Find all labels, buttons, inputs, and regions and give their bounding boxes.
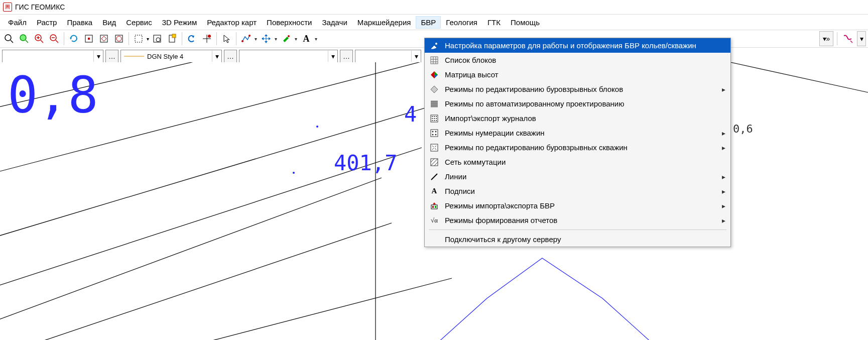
menu-service[interactable]: Сервис (121, 16, 157, 29)
dropdown-caret-icon[interactable]: ▾ (273, 36, 278, 42)
svg-marker-32 (265, 34, 268, 36)
svg-marker-35 (269, 37, 271, 40)
svg-marker-34 (262, 37, 264, 40)
menu-map-editor[interactable]: Редактор карт (202, 16, 262, 29)
svg-rect-14 (100, 35, 107, 42)
toolbar-separator (129, 32, 129, 45)
preview-icon[interactable] (150, 32, 164, 46)
app-icon: 圖 (3, 3, 12, 12)
menu-bvr[interactable]: БВР (416, 16, 441, 29)
svg-point-4 (35, 35, 41, 41)
zoom-in-icon[interactable] (2, 32, 16, 46)
paint-icon (279, 32, 293, 46)
svg-line-39 (0, 62, 452, 65)
toolbar-overflow-button[interactable]: ▾ (857, 31, 866, 46)
svg-point-28 (241, 40, 243, 42)
menu-3d-mode[interactable]: 3D Режим (157, 16, 202, 29)
combo-3-more-button[interactable]: … (340, 50, 353, 63)
dropdown-caret-icon[interactable]: ▾ (253, 36, 258, 42)
dropdown-caret-icon[interactable]: ▾ (147, 36, 149, 42)
combo-style-label: DGN Style 4 (147, 53, 183, 60)
select-red-box-icon[interactable] (82, 32, 96, 46)
bvr-dropdown-menu: Настройка параметров для работы и отобра… (424, 38, 731, 65)
svg-rect-21 (169, 35, 175, 42)
dropdown-caret-icon[interactable]: ▾ (313, 36, 318, 42)
zoom-minus-icon[interactable] (47, 32, 61, 46)
refresh-icon[interactable] (67, 32, 81, 46)
dd-item-config[interactable]: Настройка параметров для работы и отобра… (425, 38, 730, 53)
menu-view[interactable]: Вид (97, 16, 121, 29)
svg-point-20 (156, 38, 160, 42)
svg-line-10 (56, 40, 58, 43)
svg-marker-27 (224, 35, 229, 43)
menu-gtk[interactable]: ГТК (482, 16, 506, 29)
dropdown-caret-icon[interactable]: ▾ (293, 36, 298, 42)
dd-label: Настройка параметров для работы и отобра… (445, 41, 696, 50)
toolbar-separator (236, 32, 236, 45)
svg-rect-51 (431, 57, 438, 64)
svg-rect-22 (172, 34, 176, 38)
select-diamond-icon[interactable] (97, 32, 111, 46)
combo-3[interactable]: ▾ (239, 50, 338, 63)
new-page-icon[interactable] (165, 32, 179, 46)
svg-line-40 (0, 62, 477, 65)
polyline-tool[interactable]: ▾ (239, 32, 258, 46)
combo-4[interactable]: ▾ (355, 50, 421, 63)
script-icon[interactable] (841, 32, 855, 46)
combo-style-more-button[interactable]: … (224, 50, 237, 63)
toolbar-separator (216, 32, 217, 45)
dd-item-block-list[interactable]: Список блоков (425, 53, 730, 65)
svg-marker-15 (101, 36, 106, 41)
svg-line-47 (730, 62, 868, 65)
toolbar-overflow-button[interactable]: ▾» (819, 31, 833, 46)
menu-help[interactable]: Помощь (506, 16, 545, 29)
move-icon (259, 32, 273, 46)
combo-1-more-button[interactable]: … (105, 50, 118, 63)
menu-edit[interactable]: Правка (62, 16, 97, 29)
svg-line-3 (26, 40, 28, 43)
svg-line-7 (41, 40, 43, 43)
menu-bar: Файл Растр Правка Вид Сервис 3D Режим Ре… (0, 15, 868, 30)
menu-tasks[interactable]: Задачи (317, 16, 352, 29)
move-tool[interactable]: ▾ (259, 32, 278, 46)
select-circle-icon[interactable] (112, 32, 126, 46)
undo-icon[interactable] (185, 32, 199, 46)
svg-point-50 (435, 43, 437, 45)
pointer-icon[interactable] (219, 32, 233, 46)
svg-line-1 (11, 40, 13, 43)
menu-surveying[interactable]: Маркшейдерия (352, 16, 416, 29)
zoom-green-icon[interactable] (17, 32, 31, 46)
text-tool[interactable]: A▾ (299, 32, 318, 46)
paint-tool[interactable]: ▾ (279, 32, 298, 46)
toolbar-separator (64, 32, 64, 45)
svg-rect-18 (135, 35, 142, 42)
menu-file[interactable]: Файл (3, 16, 32, 29)
combo-style[interactable]: DGN Style 4 ▾ (120, 50, 222, 63)
combo-1[interactable]: ▾ (2, 50, 103, 63)
svg-point-17 (116, 36, 121, 41)
toolbar-separator (182, 32, 182, 45)
menu-surfaces[interactable]: Поверхности (262, 16, 317, 29)
svg-rect-12 (85, 35, 92, 42)
grid-icon (430, 56, 439, 65)
marquee-icon[interactable] (132, 32, 146, 46)
svg-marker-23 (192, 36, 194, 38)
menu-geology[interactable]: Геология (441, 16, 482, 29)
svg-marker-33 (265, 41, 268, 43)
svg-marker-11 (70, 38, 72, 40)
svg-rect-19 (154, 35, 161, 42)
dd-label: Список блоков (445, 56, 496, 64)
svg-point-2 (20, 35, 26, 41)
svg-point-29 (249, 35, 251, 37)
svg-point-36 (288, 35, 290, 37)
text-icon: A (299, 32, 313, 46)
toolbar-separator (837, 32, 837, 45)
svg-point-8 (50, 35, 56, 41)
zoom-plus-icon[interactable] (32, 32, 46, 46)
line-style-preview-icon (124, 55, 144, 57)
menu-raster[interactable]: Растр (32, 16, 62, 29)
crosshair-red-icon[interactable] (200, 32, 214, 46)
title-bar: 圖 ГИС ГЕОМИКС (0, 0, 868, 15)
svg-rect-13 (88, 38, 90, 40)
config-icon (430, 41, 439, 50)
